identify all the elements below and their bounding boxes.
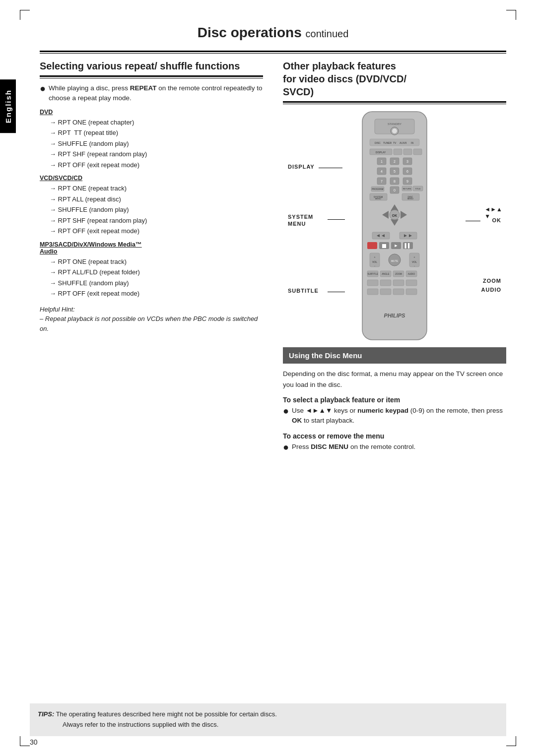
menu-bullet-dot: ● [283,442,289,452]
svg-rect-13 [394,149,402,155]
svg-text:TUNER: TUNER [383,141,392,144]
svg-point-4 [392,128,397,133]
svg-text:DISC: DISC [375,141,381,144]
dvd-item-4: → RPT SHF (repeat random play) [50,149,263,159]
svg-text:OK: OK [392,214,398,217]
mp3-label: MP3/SACD/DivX/Windows Media™ Audio [40,241,263,255]
disc-menu-header: Using the Disc Menu [283,347,506,364]
right-section-title: Other playback features for video discs … [283,60,506,98]
helpful-hint: Helpful Hint: – Repeat playback is not p… [40,305,263,334]
corner-bl [20,736,30,746]
svg-rect-87 [367,289,378,295]
dvd-label: DVD [40,109,263,116]
svg-rect-85 [393,280,404,286]
vcd-label: VCD/SVCD/CD [40,175,263,182]
page-number: 30 [30,738,38,746]
left-hr-thin [40,78,263,78]
svg-text:AUX/II: AUX/II [400,141,406,144]
remote-area: DISPLAY SYSTEMMENU SUBTITLE ◄►▲▼ OK ZOOM… [283,109,506,347]
mp3-item-4: → RPT OFF (exit repeat mode) [50,289,263,299]
svg-text:►►: ►► [403,233,413,238]
svg-text:ANGLE: ANGLE [382,273,389,275]
svg-text:DISPLAY: DISPLAY [376,151,386,154]
arrow-line-ok [466,221,480,221]
bullet-dot: ● [40,83,46,93]
svg-text:8: 8 [394,180,396,183]
dvd-item-3: → SHUFFLE (random play) [50,139,263,149]
svg-text:◄◄: ◄◄ [376,233,386,238]
vcd-item-4: → RPT SHF (repeat random play) [50,216,263,226]
arrow-line-system [328,219,345,220]
label-subtitle: SUBTITLE [288,288,319,294]
svg-text:5: 5 [394,170,396,173]
tips-line1: The operating features described here mi… [56,710,277,718]
svg-text:RETURN: RETURN [403,188,411,190]
svg-text:+: + [374,255,376,258]
label-ok: OK [492,217,502,223]
mp3-item-3: → SHUFFLE (random play) [50,278,263,288]
arrow-line-display [319,168,342,168]
svg-text:►: ► [394,243,399,248]
svg-text:VOL: VOL [372,260,377,263]
tips-line2: Always refer to the instructions supplie… [63,721,218,728]
left-hr-thick [40,75,263,77]
menu-heading: To access or remove the menu [283,432,506,440]
hint-label: Helpful Hint: [40,306,75,313]
right-hr-thick [283,101,506,103]
menu-text: Press DISC MENU on the remote control. [292,442,415,452]
dvd-item-5: → RPT OFF (exit repeat mode) [50,160,263,170]
svg-text:ZOOM: ZOOM [395,273,402,275]
mp3-item-2: → RPT ALL/FLD (repeat folder) [50,267,263,277]
vcd-item-2: → RPT ALL (repeat disc) [50,194,263,204]
svg-text:PROGRAM: PROGRAM [372,188,384,190]
title-divider-thick [40,51,506,52]
svg-text:3: 3 [406,160,408,163]
title-continued: continued [306,28,349,39]
svg-text:4: 4 [381,170,383,173]
vcd-item-1: → RPT ONE (repeat track) [50,184,263,193]
tips-bar: TIPS: The operating features described h… [30,703,506,736]
svg-text:MENU: MENU [375,197,381,200]
svg-text:▌▌: ▌▌ [405,243,411,249]
right-column: Other playback features for video discs … [283,54,506,456]
two-column-layout: Selecting various repeat/ shuffle functi… [40,54,506,456]
hint-text: – Repeat playback is not possible on VCD… [40,315,258,332]
left-section-title: Selecting various repeat/ shuffle functi… [40,60,263,72]
svg-text:AUDIO: AUDIO [408,273,415,275]
svg-text:2: 2 [394,160,396,163]
svg-text:IN: IN [411,141,413,144]
svg-rect-58 [367,242,377,249]
label-zoom: ZOOM [483,278,501,284]
bullet-intro-text: While playing a disc, press REPEAT on th… [49,83,263,104]
right-hr-thin [283,104,506,104]
label-display: DISPLAY [288,164,315,170]
svg-text:TITLE: TITLE [415,188,421,190]
disc-menu-body: Depending on the disc format, a menu may… [283,369,506,390]
dvd-item-2: → RPT TT (repeat title) [50,128,263,138]
feature-bullet: ● Use ◄►▲▼ keys or numeric keypad (0-9) … [283,406,506,426]
svg-text:MUTE: MUTE [391,259,399,262]
svg-rect-15 [413,149,422,155]
svg-text:7: 7 [381,180,383,183]
feature-bullet-dot: ● [283,406,289,416]
svg-text:1: 1 [381,160,383,163]
svg-text:9: 9 [406,180,408,183]
svg-text:+: + [414,255,415,258]
svg-rect-64 [382,244,386,248]
svg-text:MENU: MENU [407,197,413,200]
svg-text:VOL: VOL [412,260,417,263]
dvd-item-1: → RPT ONE (repeat chapter) [50,118,263,127]
svg-rect-88 [380,289,391,295]
corner-tr [506,10,516,20]
feature-heading: To select a playback feature or item [283,396,506,404]
corner-tl [20,10,30,20]
svg-rect-86 [406,280,417,286]
svg-rect-14 [403,149,412,155]
arrow-line-subtitle [328,292,345,292]
page-title: Disc operations continued [40,25,506,41]
vcd-item-5: → RPT OFF (exit repeat mode) [50,226,263,236]
corner-br [506,736,516,746]
svg-text:0: 0 [394,189,396,192]
label-system-menu: SYSTEMMENU [288,213,313,228]
feature-text: Use ◄►▲▼ keys or numeric keypad (0-9) on… [292,406,506,426]
